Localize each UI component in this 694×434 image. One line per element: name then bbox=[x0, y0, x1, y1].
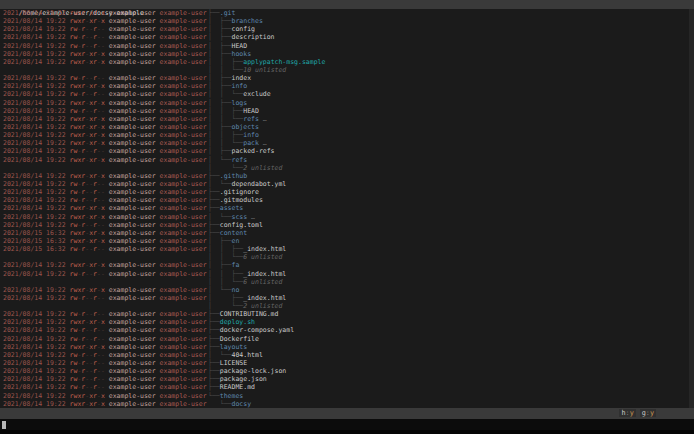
file-name[interactable]: docker-compose.yaml bbox=[220, 326, 294, 334]
file-name[interactable]: 404.html bbox=[231, 351, 262, 359]
directory-name[interactable]: content bbox=[220, 229, 247, 237]
entry-date: 2021/08/14 19:22 bbox=[3, 42, 70, 50]
entry-metadata: 2021/08/14 19:22 rw-r--r-- example-user … bbox=[0, 310, 208, 318]
entry-metadata: 2021/08/14 19:22 rwxr-xr-x example-user … bbox=[0, 286, 208, 294]
entry-metadata: 2021/08/14 19:22 rw-r--r-- example-user … bbox=[0, 270, 208, 278]
file-name[interactable]: Dockerfile bbox=[220, 335, 259, 343]
entry-date: 2021/08/14 19:22 bbox=[3, 82, 70, 90]
entry-metadata: 2021/08/14 19:22 rw-r--r-- example-user … bbox=[0, 147, 208, 155]
status-flags: h:yg:y bbox=[615, 408, 656, 419]
file-name[interactable]: CONTRIBUTING.md bbox=[220, 310, 279, 318]
directory-name[interactable]: no bbox=[231, 286, 239, 294]
entry-date: 2021/08/14 19:22 bbox=[3, 213, 70, 221]
file-name[interactable]: description bbox=[231, 33, 274, 41]
tree-branch: │ ├── bbox=[208, 147, 231, 155]
status-bar: Hit esc to go back, enter to go up, ? fo… bbox=[0, 408, 694, 419]
directory-name[interactable]: refs bbox=[243, 115, 259, 123]
entry-permissions: rwxr-xr-x bbox=[70, 139, 105, 147]
directory-name[interactable]: objects bbox=[231, 123, 258, 131]
entry-date: 2021/08/14 19:22 bbox=[3, 318, 70, 326]
entry-metadata: 2021/08/14 19:22 rwxr-xr-x example-user … bbox=[0, 58, 208, 66]
tree-branch: ├── bbox=[208, 359, 220, 367]
entry-metadata bbox=[0, 253, 208, 261]
tree-row: 2021/08/14 19:22 rw-r--r-- example-user … bbox=[0, 33, 694, 41]
file-name[interactable]: _index.html bbox=[243, 270, 286, 278]
file-name[interactable]: packed-refs bbox=[231, 147, 274, 155]
entry-date: 2021/08/14 19:22 bbox=[3, 147, 70, 155]
entry-group: example-user bbox=[156, 318, 207, 326]
entry-group: example-user bbox=[156, 82, 207, 90]
tree-row: │ └──2 unlisted bbox=[0, 164, 694, 172]
entry-date: 2021/08/14 19:22 bbox=[3, 400, 70, 408]
tree-row: │ │ └──10 unlisted bbox=[0, 66, 694, 74]
entry-group: example-user bbox=[156, 50, 207, 58]
entry-owner: example-user bbox=[105, 42, 156, 50]
tree-cell: ├──config.toml bbox=[208, 221, 263, 229]
entry-owner: example-user bbox=[105, 17, 156, 25]
directory-name[interactable]: fa bbox=[231, 261, 239, 269]
entry-owner: example-user bbox=[105, 245, 156, 253]
directory-name[interactable]: refs bbox=[231, 156, 247, 164]
directory-name[interactable]: info bbox=[243, 131, 259, 139]
directory-name[interactable]: branches bbox=[231, 17, 262, 25]
entry-date: 2021/08/14 19:22 bbox=[3, 286, 70, 294]
directory-name[interactable]: .github bbox=[220, 172, 247, 180]
tree-row: 2021/08/14 19:22 rw-r--r-- example-user … bbox=[0, 147, 694, 155]
entry-date: 2021/08/14 19:22 bbox=[3, 392, 70, 400]
entry-date: 2021/08/15 16:32 bbox=[3, 237, 70, 245]
directory-name[interactable]: logs bbox=[231, 99, 247, 107]
entry-group: example-user bbox=[156, 245, 207, 253]
search-input[interactable] bbox=[0, 419, 694, 430]
tree-branch: │ │ ├── bbox=[208, 58, 243, 66]
entry-metadata: 2021/08/14 19:22 rwxr-xr-x example-user … bbox=[0, 131, 208, 139]
tree-branch: │ └── bbox=[208, 156, 231, 164]
tree-branch: │ └── bbox=[208, 286, 231, 294]
file-name[interactable]: README.md bbox=[220, 383, 255, 391]
entry-owner: example-user bbox=[105, 139, 156, 147]
file-name[interactable]: applypatch-msg.sample bbox=[243, 58, 325, 66]
entry-metadata: 2021/08/14 19:22 rwxr-xr-x example-user … bbox=[0, 261, 208, 269]
file-name[interactable]: _index.html bbox=[243, 294, 286, 302]
tree-branch: │ ├── bbox=[208, 50, 231, 58]
entry-owner: example-user bbox=[105, 343, 156, 351]
tree-row: 2021/08/14 19:22 rwxr-xr-x example-user … bbox=[0, 172, 694, 180]
unlisted-count: 6 unlisted bbox=[243, 278, 282, 286]
scrollbar-track[interactable] bbox=[689, 9, 694, 408]
file-name[interactable]: exclude bbox=[243, 90, 270, 98]
file-name[interactable]: index bbox=[231, 74, 251, 82]
tree-cell: │ ├──packed-refs bbox=[208, 147, 275, 155]
entry-group: example-user bbox=[156, 107, 207, 115]
entry-permissions: rwxr-xr-x bbox=[70, 343, 105, 351]
entry-metadata: 2021/08/14 19:22 rw-r--r-- example-user … bbox=[0, 180, 208, 188]
entry-owner: example-user bbox=[105, 188, 156, 196]
file-name[interactable]: HEAD bbox=[243, 107, 259, 115]
tree-row: │ │ └──6 unlisted bbox=[0, 278, 694, 286]
tree-branch: │ ├── bbox=[208, 42, 231, 50]
file-name[interactable]: _index.html bbox=[243, 245, 286, 253]
directory-name[interactable]: themes bbox=[220, 392, 243, 400]
tree-branch: └── bbox=[208, 400, 231, 408]
tree-branch: │ └── bbox=[208, 180, 231, 188]
directory-name[interactable]: assets bbox=[220, 204, 243, 212]
directory-name[interactable]: scss bbox=[231, 213, 247, 221]
entry-metadata: 2021/08/14 19:22 rw-r--r-- example-user … bbox=[0, 294, 208, 302]
tree-branch: │ └── bbox=[208, 351, 231, 359]
directory-name[interactable]: .git bbox=[220, 9, 236, 17]
file-name[interactable]: HEAD bbox=[231, 42, 247, 50]
file-name[interactable]: .gitignore bbox=[220, 188, 259, 196]
file-name[interactable]: dependabot.yml bbox=[231, 180, 286, 188]
entry-metadata: 2021/08/14 19:22 rw-r--r-- example-user … bbox=[0, 221, 208, 229]
directory-name[interactable]: en bbox=[231, 237, 239, 245]
entry-owner: example-user bbox=[105, 123, 156, 131]
file-name[interactable]: package-lock.json bbox=[220, 367, 287, 375]
entry-group: example-user bbox=[156, 188, 207, 196]
directory-name[interactable]: layouts bbox=[220, 343, 247, 351]
entry-metadata: 2021/08/14 19:22 rwxr-xr-x example-user … bbox=[0, 9, 208, 17]
directory-name[interactable]: docsy bbox=[231, 400, 251, 408]
directory-name[interactable]: hooks bbox=[231, 50, 251, 58]
entry-permissions: rw-r--r-- bbox=[70, 25, 105, 33]
entry-metadata: 2021/08/14 19:22 rwxr-xr-x example-user … bbox=[0, 17, 208, 25]
entry-metadata: 2021/08/14 19:22 rwxr-xr-x example-user … bbox=[0, 50, 208, 58]
file-name[interactable]: config.toml bbox=[220, 221, 263, 229]
file-name[interactable]: LICENSE bbox=[220, 359, 247, 367]
